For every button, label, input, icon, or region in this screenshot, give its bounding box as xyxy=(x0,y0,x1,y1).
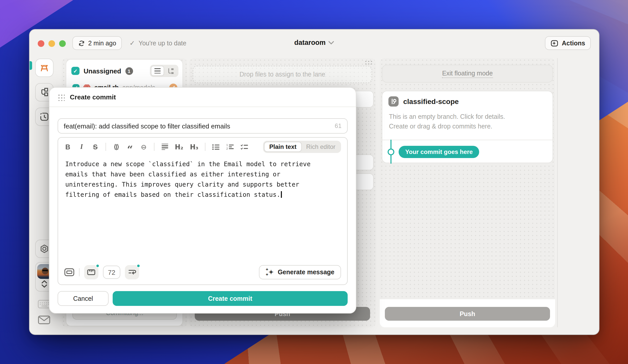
unassigned-title: Unassigned xyxy=(84,67,121,75)
template-icon xyxy=(64,268,74,276)
word-wrap-toggle[interactable] xyxy=(125,265,139,279)
text-caret xyxy=(281,191,282,198)
history-clock-icon xyxy=(39,112,49,122)
actions-sparkle-icon xyxy=(551,39,559,47)
create-commit-button[interactable]: Create commit xyxy=(113,291,348,306)
chevron-down-icon xyxy=(328,41,334,45)
strikethrough-button[interactable]: S xyxy=(92,142,99,152)
dialog-title: Create commit xyxy=(70,93,116,101)
character-count: 61 xyxy=(335,122,342,129)
svg-text:1: 1 xyxy=(226,144,228,146)
branch-empty-line1: This is an empty branch. Click for detai… xyxy=(389,112,505,122)
commit-message-editor: B I S ⟨|⟩ “ ⊖ H₂ H₃ xyxy=(58,137,348,285)
actions-button[interactable]: Actions xyxy=(545,36,591,50)
branch-card[interactable]: classified-scope This is an empty branch… xyxy=(382,91,553,163)
commit-message-textarea[interactable]: Introduce a new scope `classified` in th… xyxy=(65,159,340,258)
tree-view-icon xyxy=(167,68,174,74)
lane-drag-handle[interactable] xyxy=(364,60,373,65)
gear-icon xyxy=(39,244,49,254)
generate-message-label: Generate message xyxy=(278,269,334,276)
generate-message-button[interactable]: ✦ ✦ ✦ Generate message xyxy=(259,265,341,279)
bullet-list-icon xyxy=(212,144,220,150)
check-icon: ✓ xyxy=(129,39,135,47)
branch-empty-line2: Create or drag & drop commits here. xyxy=(389,122,505,132)
minimize-window-button[interactable] xyxy=(48,40,55,47)
unassigned-count-badge: 1 xyxy=(125,67,133,75)
heading2-button[interactable]: H₂ xyxy=(175,142,183,152)
numbered-list-icon: 1 2 xyxy=(226,144,234,150)
zoom-window-button[interactable] xyxy=(59,40,66,47)
sync-status-label: You're up to date xyxy=(139,40,186,47)
branch-push-button[interactable]: Push xyxy=(385,307,550,321)
desktop: 2 min ago ✓ You're up to date dataroom A… xyxy=(0,0,628,364)
commit-summary-value: feat(email): add classified scope to fil… xyxy=(64,122,331,130)
exit-floating-mode-button[interactable]: Exit floating mode xyxy=(382,65,553,83)
italic-button[interactable]: I xyxy=(78,142,85,152)
code-button[interactable]: ⟨|⟩ xyxy=(113,142,120,152)
sync-status: ✓ You're up to date xyxy=(129,36,186,50)
link-button[interactable]: ⊖ xyxy=(140,142,147,152)
lane-branch: Exit floating mode classified-scope This… xyxy=(380,58,555,327)
checklist-icon xyxy=(241,144,248,150)
dialog-actions: Cancel Create commit xyxy=(58,291,348,306)
window-controls xyxy=(38,40,66,47)
feedback-button[interactable] xyxy=(38,315,50,325)
commit-message-text: Introduce a new scope `classified` in th… xyxy=(65,161,310,198)
workspace-accent-tab xyxy=(30,61,32,70)
branch-card-divider xyxy=(382,140,553,140)
file-drop-zone[interactable]: Drop files to assign to the lane xyxy=(193,66,372,83)
plain-text-tab[interactable]: Plain text xyxy=(264,142,302,152)
commit-summary-input[interactable]: feat(email): add classified scope to fil… xyxy=(58,118,348,134)
close-window-button[interactable] xyxy=(38,40,44,47)
branch-name: classified-scope xyxy=(403,97,459,106)
sparkles-icon: ✦ ✦ ✦ xyxy=(266,268,274,276)
quote-button[interactable]: “ xyxy=(126,142,134,152)
lanes-divider xyxy=(557,58,558,327)
rich-editor-tab[interactable]: Rich editor xyxy=(302,142,340,152)
mail-icon xyxy=(38,315,50,325)
exit-floating-label: Exit floating mode xyxy=(442,70,493,78)
ruler-icon xyxy=(87,269,95,275)
unassigned-checkbox[interactable]: ✓ xyxy=(71,67,80,75)
branch-icon xyxy=(388,96,399,107)
numbered-list-button[interactable]: 1 2 xyxy=(226,142,234,152)
project-name: dataroom xyxy=(294,39,325,46)
toolbar-divider xyxy=(205,143,205,151)
sync-icon xyxy=(78,40,85,47)
ruler-active-dot xyxy=(96,264,99,268)
drag-handle-icon[interactable] xyxy=(58,94,65,101)
chevron-up-down-icon xyxy=(41,280,48,288)
tree-view-button[interactable] xyxy=(164,66,177,76)
branch-empty-description: This is an empty branch. Click for detai… xyxy=(389,112,505,132)
bullet-list-button[interactable] xyxy=(212,142,220,152)
align-icon xyxy=(161,144,168,150)
bold-button[interactable]: B xyxy=(64,142,71,152)
actions-label: Actions xyxy=(562,40,585,47)
align-button[interactable] xyxy=(161,142,168,152)
editor-mode-toggle: Plain text Rich editor xyxy=(263,141,341,153)
wrap-width-input[interactable]: 72 xyxy=(103,266,120,279)
list-view-button[interactable] xyxy=(151,66,164,76)
fetch-time-label: 2 min ago xyxy=(88,40,116,47)
list-view-icon xyxy=(154,68,161,74)
checklist-button[interactable] xyxy=(241,142,248,152)
create-commit-dialog: Create commit feat(email): add classifie… xyxy=(49,87,356,314)
cancel-button[interactable]: Cancel xyxy=(58,291,109,306)
format-toolbar: B I S ⟨|⟩ “ ⊖ H₂ H₃ xyxy=(58,138,347,156)
footer-divider xyxy=(79,268,80,276)
project-selector[interactable]: dataroom xyxy=(294,39,334,46)
branch-header: classified-scope xyxy=(388,96,459,107)
ruler-toggle[interactable] xyxy=(84,265,98,279)
wrap-active-dot xyxy=(137,264,140,268)
toolbar-divider xyxy=(106,143,106,151)
svg-text:2: 2 xyxy=(226,147,228,150)
heading3-button[interactable]: H₃ xyxy=(190,142,198,152)
toolbar-divider xyxy=(154,143,154,151)
fetch-button[interactable]: 2 min ago xyxy=(72,36,122,50)
sidebar-item-workspace[interactable] xyxy=(35,59,54,77)
view-mode-toggle xyxy=(150,65,178,77)
commit-node-icon xyxy=(387,140,395,164)
dialog-header: Create commit xyxy=(49,88,356,107)
commit-placeholder-pill: Your commit goes here xyxy=(399,146,479,158)
word-wrap-icon xyxy=(128,269,136,276)
